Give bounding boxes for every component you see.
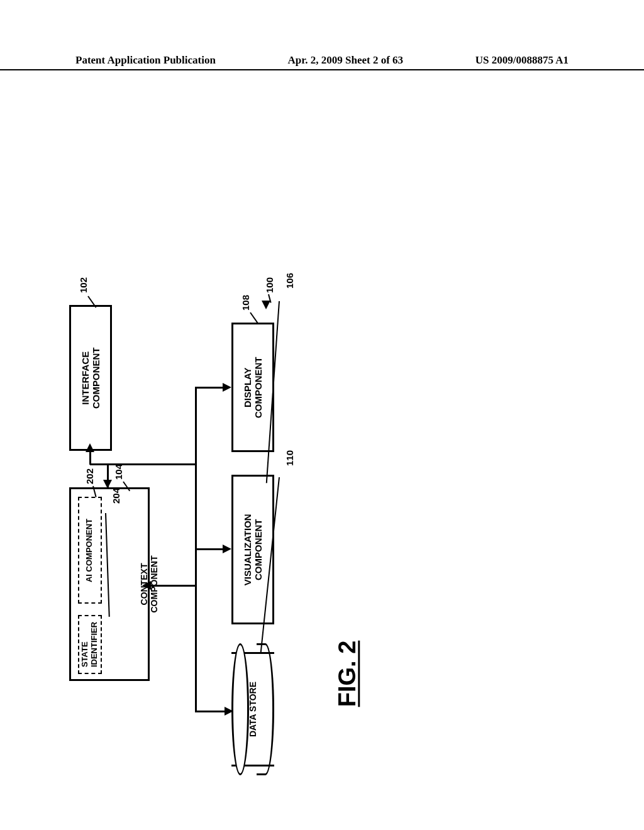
cylinder-data-store: DATA STORE [231,643,274,775]
label-visualization-component: VISUALIZATION COMPONENT [242,514,264,585]
header-pub-number: US 2009/0088875 A1 [475,54,569,67]
ref-110: 110 [284,450,295,466]
ref-104: 104 [113,464,124,480]
header-publication: Patent Application Publication [75,54,216,67]
line-interface-down [89,451,91,465]
box-display-component: DISPLAY COMPONENT [231,323,274,452]
cylinder-right-arc [257,643,274,775]
arrow-into-datastore [225,707,233,716]
ref-102: 102 [78,277,89,293]
cylinder-left-cap [231,643,249,775]
line-context-out-h [150,585,196,587]
label-state-identifier: STATE IDENTIFIER [80,622,99,667]
box-ai-component: AI COMPONENT [78,497,102,604]
label-display-component: DISPLAY COMPONENT [242,357,264,418]
figure-label: FIG. 2 [334,641,361,707]
arrow-interface-in [86,443,94,452]
ref-108: 108 [240,295,251,311]
line-to-visualization [195,548,224,550]
arrow-into-display [223,383,231,392]
arrow-context-back [142,581,151,590]
arrow-into-context [103,480,112,489]
box-visualization-component: VISUALIZATION COMPONENT [231,475,274,624]
box-interface-component: INTERFACE COMPONENT [69,305,112,451]
line-to-datastore [195,711,226,712]
line-to-display [195,387,224,389]
ref-202: 202 [84,468,95,484]
arrowhead-100 [262,301,270,309]
header-date-sheet: Apr. 2, 2009 Sheet 2 of 63 [288,54,404,67]
label-ai-component: AI COMPONENT [86,518,95,582]
line-horizontal-bus [90,463,197,465]
arrow-into-visualization [223,545,231,553]
figure-2-diagram: INTERFACE COMPONENT 102 CONTEXT COMPONEN… [0,113,644,679]
page-header: Patent Application Publication Apr. 2, 2… [0,54,644,70]
label-interface-component: INTERFACE COMPONENT [80,347,102,409]
ref-106: 106 [284,273,295,289]
ref-204: 204 [111,488,121,504]
label-data-store: DATA STORE [248,682,258,737]
ref-100: 100 [264,277,275,293]
box-state-identifier: STATE IDENTIFIER [78,615,102,674]
